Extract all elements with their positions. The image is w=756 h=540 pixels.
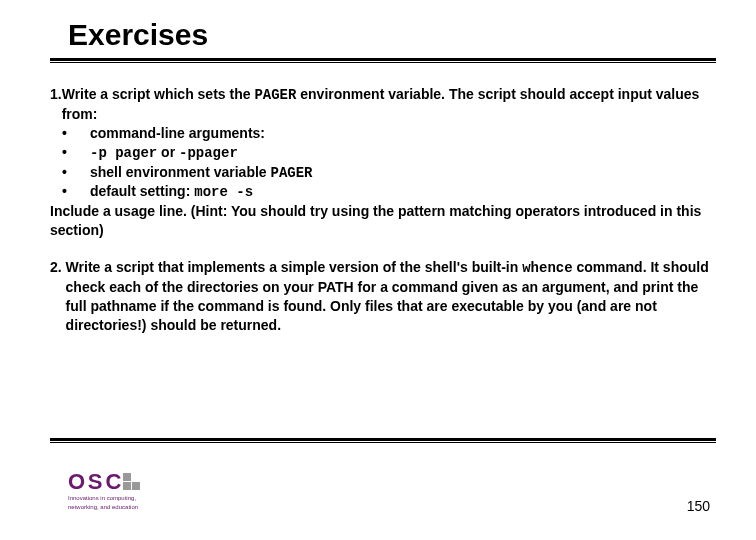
title-rule-thick [50, 58, 716, 61]
ex1-bullet-4: • default setting: more -s [62, 182, 716, 202]
logo-letter-c: C [105, 471, 122, 493]
ex1-b2-text: -p pager or -ppager [90, 143, 716, 163]
page-number: 150 [687, 498, 710, 514]
ex1-b4-text: default setting: more -s [90, 182, 716, 202]
ex1-b1-text: command-line arguments: [90, 124, 716, 143]
ex1-b2-mid: or [157, 144, 179, 160]
exercise-1: 1. Write a script which sets the PAGER e… [50, 85, 716, 124]
logo-letter-o: O [68, 471, 85, 493]
ex1-intro: Write a script which sets the PAGER envi… [62, 85, 716, 124]
logo-tagline-2: networking, and education [68, 504, 140, 511]
title-rule-thin [50, 62, 716, 63]
ex1-number: 1. [50, 85, 62, 124]
bullet-dot-icon: • [62, 182, 90, 202]
osc-logo-mark: O S C [68, 455, 140, 493]
ex1-b3-text: shell environment variable PAGER [90, 163, 716, 183]
ex1-bullet-2: • -p pager or -ppager [62, 143, 716, 163]
ex1-b4-a: default setting: [90, 183, 194, 199]
bullet-dot-icon: • [62, 163, 90, 183]
ex2-code: whence [522, 260, 572, 276]
ex1-b3-a: shell environment variable [90, 164, 271, 180]
ex2-body: Write a script that implements a simple … [66, 258, 716, 335]
ex2-number: 2. [50, 258, 66, 335]
ex1-intro-a: Write a script which sets the [62, 86, 255, 102]
ex1-b3-code: PAGER [271, 165, 313, 181]
ex1-tail: Include a usage line. (Hint: You should … [50, 202, 716, 240]
bullet-dot-icon: • [62, 124, 90, 143]
logo-letter-s: S [86, 471, 103, 493]
footer-rule-group [50, 438, 716, 443]
ex1-bullet-1: • command-line arguments: [62, 124, 716, 143]
slide-title: Exercises [68, 18, 716, 52]
footer-rule-thick [50, 438, 716, 441]
ex2-a: Write a script that implements a simple … [66, 259, 523, 275]
ex1-bullet-3: • shell environment variable PAGER [62, 163, 716, 183]
footer-rule-thin [50, 442, 716, 443]
ex1-b2-code-a: -p pager [90, 145, 157, 161]
ex1-tail-text: Include a usage line. (Hint: You should … [50, 203, 701, 238]
slide-content: 1. Write a script which sets the PAGER e… [50, 85, 716, 335]
bullet-dot-icon: • [62, 143, 90, 163]
exercise-2: 2. Write a script that implements a simp… [50, 258, 716, 335]
ex1-b2-code-b: -ppager [179, 145, 238, 161]
ex1-b4-code: more -s [194, 184, 253, 200]
logo-tagline-1: Innovations in computing, [68, 495, 140, 502]
logo-squares-icon [123, 473, 140, 490]
ex1-intro-code: PAGER [254, 87, 296, 103]
osc-logo: O S C Innovations in computing, networki… [68, 455, 140, 510]
